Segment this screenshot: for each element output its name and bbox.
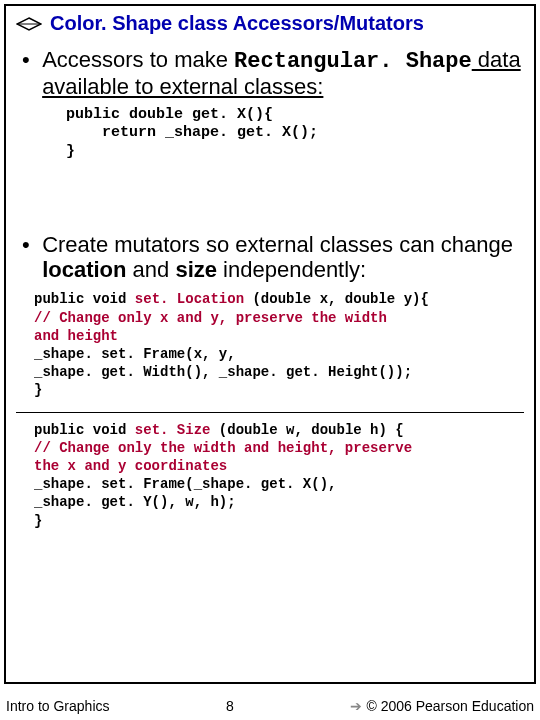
bullet2-b2: size xyxy=(175,257,217,282)
slide-title: Color. Shape class Accessors/Mutators xyxy=(50,12,424,35)
code-setlocation: public void set. Location (double x, dou… xyxy=(34,290,524,399)
slide-frame: Color. Shape class Accessors/Mutators • … xyxy=(4,4,536,684)
bullet2-pre: Create mutators so external classes can … xyxy=(42,232,513,257)
divider xyxy=(16,412,524,413)
bullet1-pre: Accessors to make xyxy=(42,47,234,72)
footer-right: ➔© 2006 Pearson Education xyxy=(350,698,534,714)
bullet-mutators: • Create mutators so external classes ca… xyxy=(22,232,524,283)
bullet-accessors: • Accessors to make Rectangular. Shape d… xyxy=(22,47,524,100)
bullet2-post: independently: xyxy=(217,257,366,282)
bullet1-mono: Rectangular. Shape xyxy=(234,49,472,74)
arrow-icon: ➔ xyxy=(350,698,362,714)
diamond-icon xyxy=(16,17,42,31)
footer-page: 8 xyxy=(226,698,234,714)
footer-left: Intro to Graphics xyxy=(6,698,110,714)
bullet2-mid: and xyxy=(126,257,175,282)
code-setsize: public void set. Size (double w, double … xyxy=(34,421,524,530)
title-row: Color. Shape class Accessors/Mutators xyxy=(16,12,524,35)
code-getx: public double get. X(){ return _shape. g… xyxy=(66,106,524,162)
footer: Intro to Graphics 8 ➔© 2006 Pearson Educ… xyxy=(6,698,534,714)
bullet2-b1: location xyxy=(42,257,126,282)
